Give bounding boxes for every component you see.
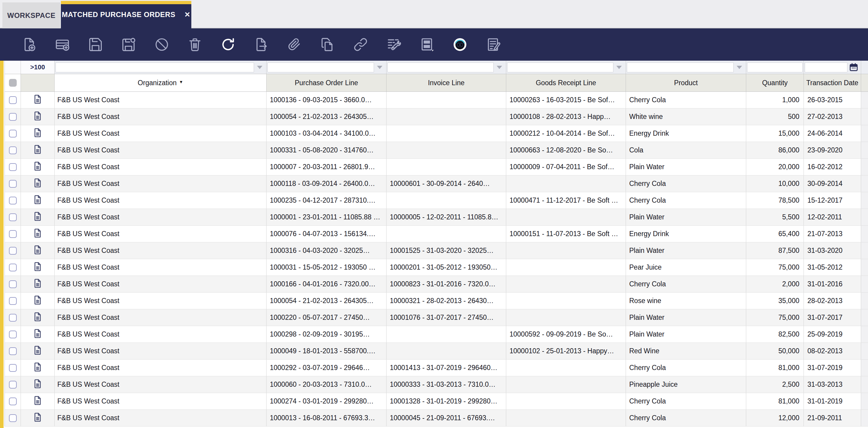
row-document-icon[interactable] — [32, 412, 43, 424]
column-header-goods-receipt-line[interactable]: Goods Receipt Line — [506, 74, 626, 91]
row-checkbox[interactable] — [9, 146, 17, 154]
filter-input-organization[interactable] — [56, 62, 254, 72]
table-row[interactable]: F&B US West Coast1000136 - 09-03-2015 - … — [4, 92, 868, 109]
row-document-icon[interactable] — [32, 378, 43, 391]
refresh-button[interactable] — [211, 28, 244, 61]
row-document-icon[interactable] — [32, 278, 43, 290]
table-row[interactable]: F&B US West Coast1000076 - 04-07-2013 - … — [4, 226, 868, 242]
table-row[interactable]: F&B US West Coast1000118 - 03-09-2014 - … — [4, 175, 868, 192]
row-checkbox[interactable] — [9, 314, 17, 322]
row-checkbox[interactable] — [9, 381, 17, 389]
row-document-icon[interactable] — [32, 144, 43, 156]
table-row[interactable]: F&B US West Coast1000013 - 16-08-2011 - … — [4, 410, 868, 427]
row-checkbox[interactable] — [9, 264, 17, 272]
close-tab-icon[interactable]: ✕ — [184, 11, 190, 18]
table-row[interactable]: F&B US West Coast1000316 - 04-03-2020 - … — [4, 242, 868, 259]
row-document-icon[interactable] — [32, 111, 43, 123]
filter-input-transaction-date[interactable] — [805, 62, 847, 72]
ai-assistant-button[interactable] — [443, 28, 476, 61]
table-row[interactable]: F&B US West Coast1000103 - 03-04-2014 - … — [4, 125, 868, 142]
table-row[interactable]: F&B US West Coast1000060 - 20-03-2013 - … — [4, 376, 868, 393]
save-button[interactable] — [79, 28, 112, 61]
new-document-button[interactable] — [12, 28, 46, 61]
grid-settings-button[interactable] — [377, 28, 410, 61]
row-checkbox[interactable] — [9, 398, 17, 405]
row-checkbox[interactable] — [9, 414, 17, 422]
table-row[interactable]: F&B US West Coast1000007 - 20-03-2011 - … — [4, 159, 868, 175]
table-row[interactable]: F&B US West Coast1000049 - 18-01-2013 - … — [4, 343, 868, 360]
filter-dropdown-product[interactable] — [734, 62, 745, 72]
row-document-icon[interactable] — [32, 328, 43, 341]
table-row[interactable]: F&B US West Coast1000054 - 21-02-2013 - … — [4, 109, 868, 125]
column-header-transaction-date[interactable]: Transaction Date — [804, 74, 861, 91]
notes-button[interactable] — [476, 28, 509, 61]
column-header-invoice-line[interactable]: Invoice Line — [386, 74, 506, 91]
row-document-icon[interactable] — [32, 311, 43, 324]
copy-button[interactable] — [311, 28, 344, 61]
row-checkbox[interactable] — [9, 197, 17, 204]
column-header-purchase-order-line[interactable]: Purchase Order Line — [267, 74, 386, 91]
row-document-icon[interactable] — [32, 261, 43, 274]
row-document-icon[interactable] — [32, 194, 43, 207]
row-document-icon[interactable] — [32, 211, 43, 224]
table-row[interactable]: F&B US West Coast1000001 - 23-01-2011 - … — [4, 209, 868, 226]
filter-dropdown-organization[interactable] — [254, 62, 266, 72]
row-checkbox[interactable] — [9, 130, 17, 138]
cancel-button[interactable] — [145, 28, 178, 61]
tab-matched-purchase-orders[interactable]: MATCHED PURCHASE ORDERS ✕ — [61, 1, 191, 28]
row-document-icon[interactable] — [32, 362, 43, 374]
export-button[interactable] — [244, 28, 278, 61]
select-all-checkbox[interactable] — [9, 79, 17, 87]
filter-calendar-button[interactable] — [847, 62, 860, 73]
row-document-icon[interactable] — [32, 177, 43, 190]
row-checkbox[interactable] — [9, 331, 17, 338]
row-document-icon[interactable] — [32, 295, 43, 307]
row-checkbox[interactable] — [9, 364, 17, 372]
row-checkbox[interactable] — [9, 247, 17, 255]
card-view-button[interactable] — [410, 28, 443, 61]
row-document-icon[interactable] — [32, 395, 43, 408]
table-row[interactable]: F&B US West Coast1000166 - 04-01-2016 - … — [4, 276, 868, 293]
row-checkbox[interactable] — [9, 213, 17, 221]
filter-dropdown-invoice-line[interactable] — [494, 62, 505, 72]
table-row[interactable]: F&B US West Coast1000235 - 04-12-2017 - … — [4, 192, 868, 209]
table-row[interactable]: F&B US West Coast1000292 - 03-07-2019 - … — [4, 360, 868, 376]
table-row[interactable]: F&B US West Coast1000031 - 15-05-2012 - … — [4, 259, 868, 276]
row-checkbox[interactable] — [9, 180, 17, 188]
row-document-icon[interactable] — [32, 127, 43, 140]
filter-dropdown-purchase-order-line[interactable] — [374, 62, 385, 72]
filter-input-goods-receipt-line[interactable] — [507, 62, 613, 72]
link-button[interactable] — [344, 28, 377, 61]
attachments-button[interactable] — [278, 28, 311, 61]
filter-input-product[interactable] — [627, 62, 734, 72]
row-document-icon[interactable] — [32, 245, 43, 257]
table-row[interactable]: F&B US West Coast1000331 - 05-08-2020 - … — [4, 142, 868, 159]
row-document-icon[interactable] — [32, 94, 43, 106]
table-row[interactable]: F&B US West Coast1000220 - 05-07-2017 - … — [4, 309, 868, 326]
filter-input-quantity[interactable] — [747, 62, 803, 72]
row-checkbox[interactable] — [9, 297, 17, 305]
cell-goods-receipt-line: 10000151 - 11-07-2013 - Be Soft … — [506, 226, 626, 242]
column-header-product[interactable]: Product — [626, 74, 746, 91]
row-document-icon[interactable] — [32, 345, 43, 358]
row-checkbox[interactable] — [9, 280, 17, 288]
row-checkbox[interactable] — [9, 113, 17, 121]
row-document-icon[interactable] — [32, 161, 43, 173]
row-checkbox[interactable] — [9, 163, 17, 171]
row-document-icon[interactable] — [32, 228, 43, 240]
save-as-button[interactable] — [112, 28, 145, 61]
insert-row-button[interactable] — [46, 28, 79, 61]
tab-workspace[interactable]: WORKSPACE — [2, 2, 60, 28]
table-row[interactable]: F&B US West Coast1000298 - 02-09-2019 - … — [4, 326, 868, 343]
row-checkbox[interactable] — [9, 347, 17, 355]
table-row[interactable]: F&B US West Coast1000054 - 21-02-2013 - … — [4, 293, 868, 309]
column-header-organization[interactable]: Organization▼ — [55, 74, 267, 91]
column-header-quantity[interactable]: Quantity — [746, 74, 804, 91]
delete-button[interactable] — [178, 28, 211, 61]
table-row[interactable]: F&B US West Coast1000274 - 03-01-2019 - … — [4, 393, 868, 410]
row-checkbox[interactable] — [9, 96, 17, 104]
filter-input-invoice-line[interactable] — [388, 62, 494, 72]
filter-dropdown-goods-receipt-line[interactable] — [613, 62, 625, 72]
filter-input-purchase-order-line[interactable] — [268, 62, 374, 72]
row-checkbox[interactable] — [9, 230, 17, 238]
